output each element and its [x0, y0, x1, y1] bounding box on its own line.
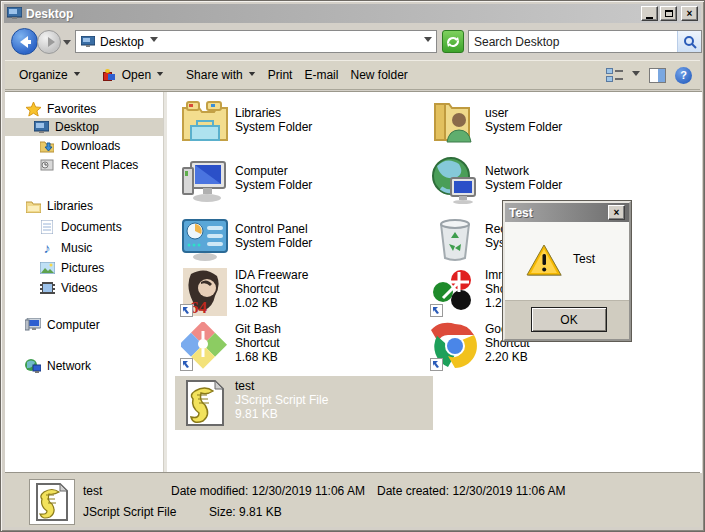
organize-button[interactable]: Organize: [13, 65, 87, 85]
tile-recycle-bin[interactable]: RecSys: [431, 214, 506, 262]
sidebar-item-pictures[interactable]: Pictures: [39, 259, 104, 277]
desktop-location-icon: [80, 34, 96, 50]
sidebar-item-computer[interactable]: Computer: [25, 316, 100, 334]
close-icon: ×: [687, 9, 693, 19]
desktop-icon: [33, 119, 49, 135]
selected-file-icon-box: [29, 479, 75, 525]
new-folder-button[interactable]: New folder: [344, 65, 413, 85]
sidebar-item-network[interactable]: Network: [25, 357, 91, 375]
details-file-name: test: [83, 484, 102, 498]
chevron-down-icon: [157, 71, 163, 78]
details-size: Size: 9.81 KB: [209, 505, 282, 519]
tile-immunity[interactable]: ImmSho1.2: [431, 268, 508, 316]
search-box: [468, 30, 702, 53]
print-button[interactable]: Print: [262, 65, 299, 85]
shortcut-arrow-icon: [430, 358, 443, 371]
chevron-down-icon: [249, 71, 255, 78]
close-icon: ×: [614, 208, 620, 218]
minimize-icon: [646, 17, 653, 19]
dialog-message: Test: [573, 252, 595, 266]
views-dropdown-icon[interactable]: [632, 71, 640, 80]
tile-test-selected[interactable]: testJScript Script File9.81 KB: [175, 376, 433, 430]
details-pane: test JScript Script File Date modified: …: [5, 472, 700, 527]
forward-button[interactable]: [37, 30, 61, 54]
dialog-button-bar: OK: [505, 300, 629, 339]
details-date-created: Date created: 12/30/2019 11:06 AM: [377, 484, 566, 498]
search-icon: [683, 35, 697, 49]
address-history-dropdown[interactable]: [424, 37, 432, 46]
details-file-type: JScript Script File: [83, 505, 176, 519]
libraries-icon: [25, 198, 41, 214]
command-toolbar: Organize Open Share with Print E-mail Ne…: [5, 60, 700, 90]
window-title: Desktop: [26, 7, 639, 21]
control-panel-icon: [181, 214, 229, 262]
tile-git-bash[interactable]: Git BashShortcut1.68 KB: [181, 322, 281, 370]
tile-control-panel[interactable]: Control PanelSystem Folder: [181, 214, 312, 262]
music-note-icon: ♪: [39, 240, 55, 256]
tile-libraries[interactable]: LibrariesSystem Folder: [181, 98, 312, 146]
tile-computer[interactable]: ComputerSystem Folder: [181, 156, 312, 204]
close-button[interactable]: ×: [681, 6, 698, 21]
help-icon[interactable]: ?: [675, 67, 692, 84]
forward-arrow-icon: [48, 37, 55, 47]
refresh-icon: [446, 35, 460, 49]
sidebar-group-favorites[interactable]: Favorites: [25, 100, 96, 118]
minimize-button[interactable]: [641, 6, 658, 21]
back-button[interactable]: [11, 28, 38, 55]
breadcrumb-location[interactable]: Desktop: [100, 35, 144, 49]
dialog-body: Test: [505, 222, 629, 300]
sidebar-item-recent-places[interactable]: Recent Places: [39, 156, 138, 174]
warning-icon: [525, 244, 563, 278]
dialog-close-button[interactable]: ×: [608, 205, 625, 220]
tile-ida-freeware[interactable]: 64 IDA FreewareShortcut1.02 KB: [181, 268, 308, 316]
chrome-icon: [431, 322, 479, 370]
search-input[interactable]: [469, 35, 677, 49]
email-button[interactable]: E-mail: [298, 65, 344, 85]
sidebar-item-videos[interactable]: Videos: [39, 279, 97, 297]
sidebar-item-documents[interactable]: Documents: [39, 218, 122, 236]
tile-user[interactable]: userSystem Folder: [431, 98, 562, 146]
sidebar-item-music[interactable]: ♪ Music: [39, 239, 92, 257]
dialog-title-bar: Test ×: [505, 203, 629, 222]
breadcrumb-dropdown-icon[interactable]: [150, 37, 158, 46]
network-globe-icon: [25, 358, 41, 374]
recent-pages-dropdown[interactable]: [63, 40, 71, 49]
refresh-button[interactable]: [442, 30, 464, 53]
search-button[interactable]: [677, 31, 701, 52]
explorer-window: Desktop × Desktop: [0, 0, 705, 532]
ok-button[interactable]: OK: [531, 307, 607, 332]
test-dialog: Test × Test OK: [503, 201, 631, 341]
navigation-bar: Desktop: [5, 23, 700, 60]
picture-icon: [39, 260, 55, 276]
open-button[interactable]: Open: [97, 65, 170, 85]
film-icon: [39, 280, 55, 296]
sidebar-group-libraries[interactable]: Libraries: [25, 197, 93, 215]
document-icon: [39, 219, 55, 235]
libraries-folder-icon: [181, 98, 229, 146]
maximize-icon: [665, 10, 673, 17]
preview-pane-icon[interactable]: [649, 68, 666, 83]
computer-icon: [25, 317, 41, 333]
views-icon[interactable]: [606, 68, 623, 83]
ida-freeware-icon: 64: [181, 268, 229, 316]
downloads-icon: [39, 138, 55, 154]
sidebar-item-desktop[interactable]: Desktop: [5, 118, 163, 136]
computer-icon-large: [181, 156, 229, 204]
title-bar: Desktop ×: [4, 4, 701, 23]
sidebar-item-downloads[interactable]: Downloads: [39, 137, 120, 155]
desktop-window-icon: [7, 7, 22, 20]
immunity-icon: [431, 268, 479, 316]
navigation-pane: Favorites Desktop Downloads Recent Place…: [5, 92, 163, 473]
shortcut-arrow-icon: [180, 304, 193, 317]
shortcut-arrow-icon: [430, 304, 443, 317]
star-icon: [25, 101, 41, 117]
details-date-modified: Date modified: 12/30/2019 11:06 AM: [171, 484, 365, 498]
git-bash-icon: [181, 322, 229, 370]
recent-places-icon: [39, 157, 55, 173]
maximize-button[interactable]: [660, 6, 677, 21]
share-with-button[interactable]: Share with: [180, 65, 262, 85]
address-bar[interactable]: Desktop: [75, 30, 437, 53]
jscript-file-icon: [181, 379, 229, 427]
user-folder-icon: [431, 98, 479, 146]
tile-network[interactable]: NetworkSystem Folder: [431, 156, 562, 204]
